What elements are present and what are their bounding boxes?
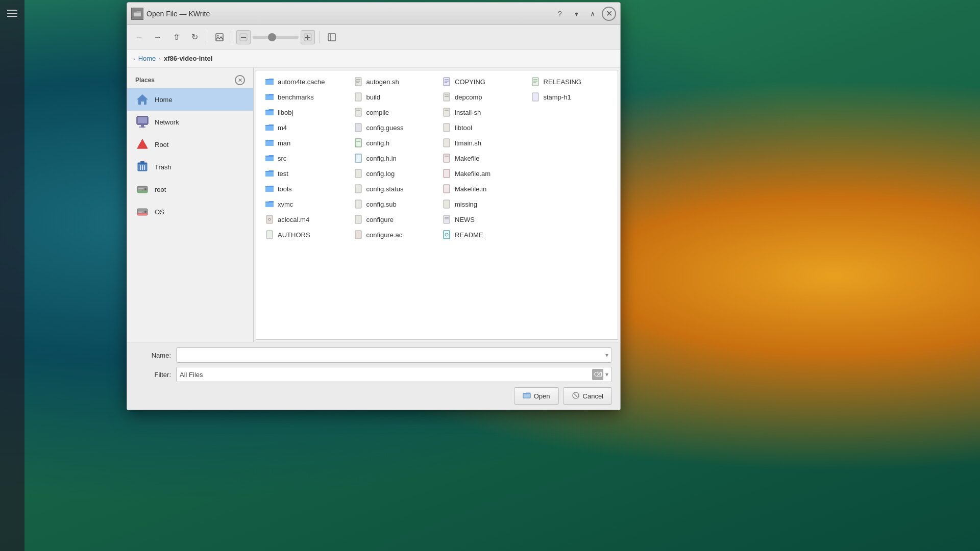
file-name: config.h.in [366, 155, 397, 162]
file-item[interactable]: ltmain.sh [437, 136, 525, 150]
zoom-slider[interactable] [253, 36, 299, 39]
file-item[interactable]: libobj [260, 105, 348, 119]
file-item[interactable]: configure.ac [349, 228, 437, 242]
file-name: config.sub [366, 201, 397, 208]
panel-button[interactable] [324, 29, 340, 45]
sidebar-item-root[interactable]: Root [127, 133, 253, 156]
image-view-button[interactable] [211, 29, 228, 45]
file-name: RELEASING [544, 78, 581, 86]
help-button[interactable]: ? [553, 7, 567, 21]
sidebar-label-network: Network [155, 118, 179, 126]
folder-icon [264, 107, 275, 117]
sidebar-item-trash[interactable]: Trash [127, 156, 253, 178]
cancel-button[interactable]: Cancel [563, 387, 612, 405]
svg-rect-63 [444, 154, 450, 162]
file-item[interactable]: config.h [349, 136, 437, 150]
svg-rect-35 [137, 213, 148, 215]
sidebar-item-root-drive[interactable]: root [127, 178, 253, 201]
file-item[interactable]: stamp-h1 [526, 90, 614, 104]
file-item[interactable]: Makefile.in [437, 182, 525, 196]
file-item[interactable]: install-sh [437, 105, 525, 119]
zoom-in-button[interactable] [301, 30, 315, 44]
back-button[interactable]: ← [131, 29, 148, 45]
file-item[interactable]: benchmarks [260, 90, 348, 104]
toolbar-separator-2 [232, 31, 232, 43]
filter-row: Filter: ⌫ ▾ [135, 367, 612, 382]
reload-button[interactable]: ↻ [186, 29, 203, 45]
file-item[interactable]: man [260, 136, 348, 150]
file-name: depcomp [455, 93, 482, 101]
file-area: autom4te.cache autogen.sh COPYING [256, 70, 618, 340]
svg-rect-77 [266, 231, 273, 239]
filter-input[interactable] [180, 371, 590, 379]
open-button[interactable]: Open [514, 387, 559, 405]
file-item[interactable]: RELEASING [526, 74, 614, 89]
file-name: autom4te.cache [278, 78, 325, 86]
close-button[interactable]: ✕ [602, 7, 616, 21]
title-bar-controls: ? ▾ ∧ ✕ [553, 7, 616, 21]
filter-dropdown-arrow[interactable]: ▾ [605, 371, 608, 378]
file-item[interactable]: config.h.in [349, 151, 437, 165]
file-item[interactable]: config.sub [349, 197, 437, 211]
file-item[interactable]: NEWS [437, 212, 525, 227]
file-item[interactable]: config.log [349, 166, 437, 181]
forward-button[interactable]: → [150, 29, 166, 45]
file-icon [353, 184, 363, 194]
file-item-empty [526, 182, 614, 196]
sidebar-label-root: Root [155, 141, 168, 148]
file-item[interactable]: compile [349, 105, 437, 119]
file-item[interactable]: configure [349, 212, 437, 227]
file-name: compile [366, 109, 389, 116]
file-item[interactable]: README [437, 228, 525, 242]
sidebar-header: Places ✕ [127, 72, 253, 88]
cancel-icon [572, 391, 580, 401]
svg-line-83 [574, 394, 577, 397]
file-item[interactable]: aclocal.m4 [260, 212, 348, 227]
dropdown-button[interactable]: ▾ [569, 7, 583, 21]
make-icon [442, 153, 452, 163]
file-item[interactable]: Makefile [437, 151, 525, 165]
filter-input-wrap: ⌫ ▾ [176, 367, 612, 382]
file-item[interactable]: xvmc [260, 197, 348, 211]
file-item-empty [526, 212, 614, 227]
script-icon [442, 92, 452, 102]
zoom-out-button[interactable] [236, 30, 251, 44]
file-item[interactable]: config.status [349, 182, 437, 196]
file-item[interactable]: autogen.sh [349, 74, 437, 89]
up-button[interactable]: ⇧ [168, 29, 184, 45]
name-input[interactable] [180, 352, 605, 359]
file-item[interactable]: Makefile.am [437, 166, 525, 181]
name-dropdown-arrow[interactable]: ▾ [605, 352, 608, 359]
file-item[interactable]: libtool [437, 120, 525, 135]
svg-rect-48 [355, 93, 361, 101]
file-item-empty [526, 197, 614, 211]
svg-rect-79 [444, 231, 450, 239]
zoom-thumb[interactable] [268, 33, 276, 41]
taskbar-menu-button[interactable] [3, 4, 21, 22]
file-item[interactable]: COPYING [437, 74, 525, 89]
file-item[interactable]: build [349, 90, 437, 104]
trash-icon [135, 160, 150, 174]
file-item[interactable]: config.guess [349, 120, 437, 135]
open-label: Open [534, 392, 550, 400]
license-icon [442, 77, 452, 87]
file-item[interactable]: m4 [260, 120, 348, 135]
file-item[interactable]: tools [260, 182, 348, 196]
folder-icon [264, 153, 275, 163]
sidebar-item-home[interactable]: Home [127, 88, 253, 111]
file-item[interactable]: autom4te.cache [260, 74, 348, 89]
file-name: libtool [455, 124, 472, 132]
file-item[interactable]: test [260, 166, 348, 181]
sidebar-item-os[interactable]: OS [127, 201, 253, 223]
sidebar-item-network[interactable]: Network [127, 111, 253, 133]
breadcrumb-home[interactable]: Home [138, 55, 156, 62]
file-item[interactable]: missing [437, 197, 525, 211]
minimize-button[interactable]: ∧ [585, 7, 600, 21]
filter-clear-button[interactable]: ⌫ [592, 369, 603, 380]
file-item[interactable]: depcomp [437, 90, 525, 104]
file-item[interactable]: AUTHORS [260, 228, 348, 242]
file-item[interactable]: src [260, 151, 348, 165]
toolbar: ← → ⇧ ↻ [127, 25, 620, 49]
filter-label: Filter: [135, 371, 171, 379]
sidebar-close-button[interactable]: ✕ [235, 75, 245, 85]
